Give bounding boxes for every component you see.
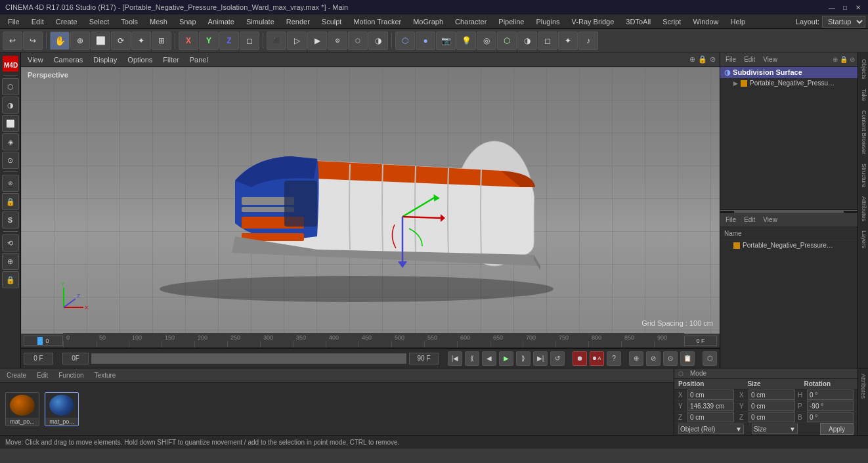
render-view-btn[interactable]: ▷ — [287, 32, 307, 50]
preview-start-input[interactable] — [62, 353, 89, 364]
y-axis-btn[interactable]: Y — [199, 32, 219, 50]
name-edit-tab[interactable]: Edit — [741, 216, 758, 223]
go-start-btn[interactable]: |◀ — [448, 351, 462, 366]
obj-edit-tab[interactable]: Edit — [741, 56, 758, 63]
mat-function-tab[interactable]: Function — [56, 372, 86, 379]
menu-snap[interactable]: Snap — [174, 16, 202, 27]
layout-selector[interactable]: Layout: Startup — [796, 16, 865, 28]
post-effects-btn[interactable]: ◑ — [368, 32, 388, 50]
3d-viewport[interactable]: Perspective — [21, 67, 720, 334]
pos-y-input[interactable] — [687, 401, 734, 411]
pos-z-input[interactable] — [687, 412, 734, 422]
maximize-btn[interactable]: □ — [840, 3, 850, 12]
preview-end-input[interactable] — [409, 353, 439, 364]
scale-tool-btn[interactable]: ⬜ — [91, 32, 110, 50]
menu-mesh[interactable]: Mesh — [144, 16, 173, 27]
deformer-btn[interactable]: ⬡ — [497, 32, 517, 50]
material-1[interactable]: mat_po... — [5, 392, 39, 426]
object-item[interactable]: ▶ Portable_Negative_Pressure_Isol... — [720, 78, 857, 88]
sound-btn[interactable]: ♪ — [578, 32, 598, 50]
rot-p-input[interactable] — [807, 401, 854, 411]
menu-vray-bridge[interactable]: V-Ray Bridge — [567, 16, 620, 27]
name-object-item[interactable]: Portable_Negative_Pressure_Isol... — [720, 240, 857, 250]
size-z-input[interactable] — [749, 412, 795, 422]
apply-button[interactable]: Apply — [820, 423, 854, 435]
viewport-menu-panel[interactable]: Panel — [187, 56, 211, 64]
menu-file[interactable]: File — [3, 16, 25, 27]
tab-structure[interactable]: Structure — [859, 160, 868, 192]
size-x-input[interactable] — [749, 389, 795, 400]
menu-motion-tracker[interactable]: Motion Tracker — [348, 16, 406, 27]
minimize-btn[interactable]: — — [827, 3, 836, 12]
viewport-icon-3[interactable]: ⊘ — [710, 55, 716, 64]
render-pic-viewer-btn[interactable]: ▶ — [307, 32, 327, 50]
sphere-btn[interactable]: ● — [416, 32, 435, 50]
tab-attributes[interactable]: Attributes — [859, 192, 868, 225]
lock1-btn[interactable]: 🔒 — [2, 193, 19, 210]
uv-mode-btn[interactable]: ⊙ — [2, 152, 19, 169]
menu-select[interactable]: Select — [84, 16, 115, 27]
coord-dropdown[interactable]: Object (Rel) ▼ — [678, 424, 744, 434]
dynamics-btn[interactable]: ◻ — [538, 32, 557, 50]
step-fwd-btn[interactable]: ⟫ — [516, 351, 531, 366]
render-queue-btn[interactable]: ⬡ — [348, 32, 368, 50]
viewport-menu-filter[interactable]: Filter — [160, 56, 181, 64]
menu-render[interactable]: Render — [281, 16, 315, 27]
menu-3dtoall[interactable]: 3DToAll — [620, 16, 656, 27]
tool1-btn[interactable]: ⟲ — [2, 234, 19, 252]
viewport-menu-options[interactable]: Options — [125, 56, 155, 64]
obj-view-tab[interactable]: View — [760, 56, 780, 63]
name-file-tab[interactable]: File — [723, 216, 739, 223]
size-y-input[interactable] — [749, 401, 795, 411]
keyframe-sel-btn[interactable]: ⊙ — [663, 351, 678, 366]
render-region-btn[interactable]: ⬛ — [267, 32, 286, 50]
menu-window[interactable]: Window — [687, 16, 724, 27]
lock2-btn[interactable]: 🔒 — [2, 271, 19, 288]
close-btn[interactable]: ✕ — [854, 3, 863, 12]
tab-attributes-side[interactable]: Attributes — [859, 371, 867, 401]
transform-tool-btn[interactable]: ✦ — [131, 32, 151, 50]
menu-tools[interactable]: Tools — [116, 16, 143, 27]
step-back-btn[interactable]: ⟪ — [465, 351, 479, 366]
mograph-obj-btn[interactable]: ◑ — [517, 32, 537, 50]
size-dropdown[interactable]: Size ▼ — [752, 424, 798, 434]
select-tool-btn[interactable]: ✋ — [50, 32, 70, 50]
tab-layers[interactable]: Layers — [859, 227, 868, 252]
mat-texture-tab[interactable]: Texture — [92, 372, 119, 379]
tool2-btn[interactable]: ⊕ — [2, 253, 19, 270]
xpresso-btn[interactable]: ✦ — [558, 32, 578, 50]
menu-pipeline[interactable]: Pipeline — [493, 16, 529, 27]
viewport-icon-1[interactable]: ⊕ — [689, 55, 695, 64]
light-btn[interactable]: 💡 — [456, 32, 476, 50]
menu-create[interactable]: Create — [51, 16, 83, 27]
object-mode-btn[interactable]: ⬡ — [2, 78, 19, 95]
render-settings-btn[interactable]: ⚙ — [328, 32, 347, 50]
redo-btn[interactable]: ↪ — [23, 32, 43, 50]
record-help-btn[interactable]: ? — [607, 351, 621, 366]
menu-animate[interactable]: Animate — [203, 16, 240, 27]
rotate-tool-btn[interactable]: ⟳ — [111, 32, 131, 50]
x-axis-btn[interactable]: X — [179, 32, 198, 50]
viewport-icon-2[interactable]: 🔒 — [698, 55, 707, 64]
spline-btn[interactable]: ◎ — [477, 32, 496, 50]
point-mode-btn[interactable]: ◑ — [2, 97, 19, 114]
mat-edit-tab[interactable]: Edit — [34, 372, 51, 379]
menu-script[interactable]: Script — [657, 16, 686, 27]
record-auto-btn[interactable]: ⏺A — [590, 351, 604, 366]
go-end-btn[interactable]: ▶| — [533, 351, 548, 366]
pos-x-input[interactable] — [687, 389, 734, 400]
rot-b-input[interactable] — [807, 412, 854, 422]
transport-scrubber[interactable] — [91, 353, 406, 364]
motion-path-btn[interactable]: ⬡ — [703, 351, 717, 366]
z-axis-btn[interactable]: Z — [219, 32, 239, 50]
tab-objects[interactable]: Objects — [859, 55, 868, 83]
keyframe-btn[interactable]: ⊕ — [629, 351, 643, 366]
layout-dropdown[interactable]: Startup — [822, 16, 865, 28]
menu-help[interactable]: Help — [726, 16, 751, 27]
all-axis-btn[interactable]: ◻ — [240, 32, 259, 50]
loop-btn[interactable]: ↺ — [550, 351, 565, 366]
camera-btn[interactable]: 📷 — [436, 32, 456, 50]
tab-take[interactable]: Take — [859, 85, 868, 105]
menu-sculpt[interactable]: Sculpt — [316, 16, 347, 27]
rot-h-input[interactable] — [807, 389, 854, 400]
